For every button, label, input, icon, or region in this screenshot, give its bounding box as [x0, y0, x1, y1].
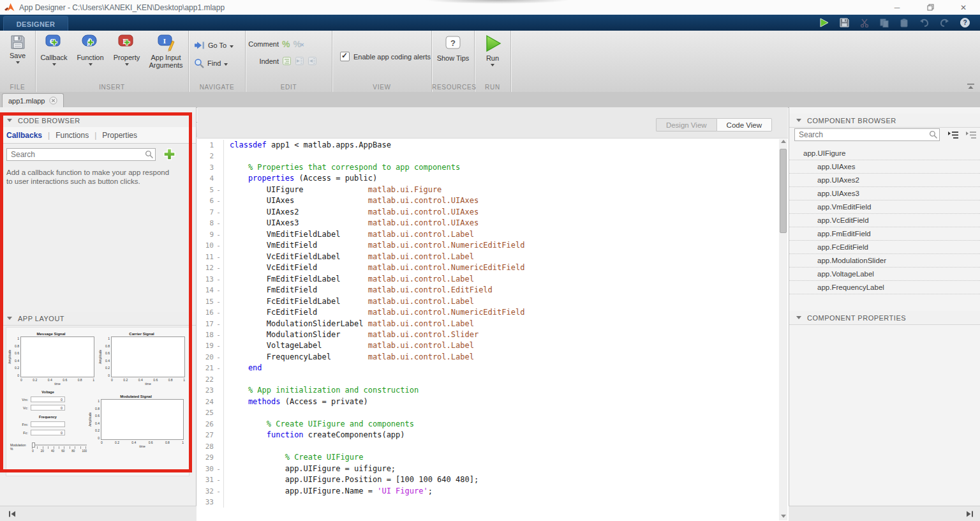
collapse-left-panel-icon[interactable] — [8, 511, 16, 517]
quick-paste-icon — [900, 19, 909, 27]
show-tips-button[interactable]: ? Show Tips — [432, 31, 474, 62]
scroll-up-icon[interactable] — [781, 140, 786, 143]
app-layout-collapse-icon[interactable] — [7, 317, 12, 320]
quick-access-toolbar: ? — [819, 16, 970, 29]
ribbon-section-run: Run RUN — [475, 31, 511, 92]
collapse-ribbon-icon[interactable] — [967, 83, 975, 89]
tab-callbacks[interactable]: Callbacks — [6, 131, 42, 140]
code-line: 18- ModulationSlider matlab.ui.control.S… — [197, 329, 788, 340]
tab-designer[interactable]: DESIGNER — [3, 16, 68, 31]
property-dropdown-caret — [125, 63, 129, 66]
app-layout-header[interactable]: APP LAYOUT — [0, 312, 196, 326]
comment-icon[interactable]: % — [282, 40, 290, 49]
function-dropdown-caret — [89, 63, 93, 66]
code-browser-header[interactable]: CODE BROWSER — [0, 114, 196, 128]
component-properties-header[interactable]: COMPONENT PROPERTIES — [789, 311, 980, 325]
code-line: 16- FcEditField matlab.ui.control.Numeri… — [197, 307, 788, 318]
code-line: 15- FcEditFieldLabel matlab.ui.control.L… — [197, 296, 788, 307]
tree-view-icon[interactable] — [947, 131, 959, 139]
component-item[interactable]: app.FcEditField — [789, 241, 980, 254]
uncomment-icon: %✕ — [293, 40, 301, 49]
code-line: 23 % App initialization and construction — [197, 385, 788, 396]
comment-label: Comment — [246, 40, 279, 48]
code-line: 12- VcEditField matlab.ui.control.Numeri… — [197, 262, 788, 273]
section-label-edit: EDIT — [246, 84, 332, 91]
frequency-label: Frequency — [9, 415, 87, 419]
code-line: 11- VcEditFieldLabel matlab.ui.control.L… — [197, 252, 788, 262]
component-properties-collapse-icon[interactable] — [796, 316, 801, 319]
tab-functions[interactable]: Functions — [56, 131, 89, 140]
component-item[interactable]: app.VcEditField — [789, 214, 980, 227]
minimize-button[interactable]: ─ — [880, 0, 914, 15]
section-label-run: RUN — [475, 84, 510, 91]
component-item[interactable]: app.ModulationSlider — [789, 254, 980, 268]
ribbon-section-file: Save FILE — [0, 31, 36, 92]
ribbon-toolstrip: Save FILE C Callback f Function P Proper… — [0, 31, 980, 93]
code-area[interactable]: 1classdef app1 < matlab.apps.AppBase23 %… — [197, 138, 788, 521]
find-button[interactable]: Find — [194, 58, 245, 68]
component-item[interactable]: app.FrequencyLabel — [789, 281, 980, 294]
ribbon-section-navigate: Go To Find NAVIGATE — [189, 31, 246, 92]
list-view-icon[interactable] — [965, 131, 977, 139]
quick-help-icon[interactable]: ? — [960, 18, 970, 27]
callback-button[interactable]: C Callback — [36, 31, 72, 92]
smart-indent-icon[interactable] — [282, 56, 292, 66]
modulation-slider-row: Modulation % 020406080100 — [10, 443, 87, 453]
document-tab-app1[interactable]: app1.mlapp — [2, 93, 64, 107]
component-item[interactable]: app.VmEditField — [789, 200, 980, 214]
document-tab-close-icon[interactable] — [49, 96, 57, 105]
run-button[interactable]: Run — [475, 31, 510, 66]
restore-button[interactable] — [914, 0, 947, 15]
app-input-arguments-button[interactable]: I App Input Arguments — [145, 31, 187, 92]
code-line: 6- UIAxes matlab.ui.control.UIAxes — [197, 195, 788, 206]
fm-edit-field — [31, 421, 65, 427]
vc-edit-field: 0 — [31, 405, 65, 411]
scrollbar-thumb[interactable] — [780, 149, 787, 233]
code-line: 25 — [197, 407, 788, 418]
code-line: 14- FmEditField matlab.ui.control.EditFi… — [197, 285, 788, 296]
modulation-slider: 020406080100 — [32, 443, 87, 453]
app-input-arguments-icon: I — [156, 34, 175, 52]
component-item[interactable]: app.UIAxes3 — [789, 187, 980, 200]
svg-text:?: ? — [450, 38, 456, 48]
ribbon-tab-bar: DESIGNER EDITOR ? — [0, 15, 980, 31]
matlab-logo-icon — [4, 3, 15, 12]
property-button[interactable]: P Property — [108, 31, 145, 92]
goto-button[interactable]: Go To — [194, 41, 245, 50]
design-view-button[interactable]: Design View — [656, 118, 716, 132]
editor-vertical-scrollbar[interactable] — [779, 139, 787, 520]
save-button[interactable]: Save — [0, 31, 35, 64]
tab-properties[interactable]: Properties — [102, 131, 137, 140]
message-signal-plot: Message SignalAmplitude10.80.60.40.2000.… — [8, 332, 94, 386]
enable-app-coding-alerts-checkbox[interactable] — [340, 52, 350, 61]
component-browser-search-input[interactable] — [794, 128, 940, 141]
vc-field-row: Vc: 0 — [19, 405, 87, 411]
component-item[interactable]: app.UIAxes — [789, 160, 980, 174]
code-browser-collapse-icon[interactable] — [7, 119, 12, 122]
component-item[interactable]: app.VoltageLabel — [789, 268, 980, 281]
component-item[interactable]: app.FmEditField — [789, 227, 980, 241]
fm-field-row: Fm: — [19, 421, 87, 427]
quick-save-icon[interactable] — [840, 18, 849, 27]
run-icon — [483, 34, 502, 53]
indent-label: Indent — [246, 57, 279, 65]
code-line: 24 methods (Access = private) — [197, 396, 788, 407]
plot-axes-area — [111, 336, 185, 377]
add-callback-button[interactable] — [163, 147, 176, 161]
function-button[interactable]: f Function — [72, 31, 108, 92]
carrier-signal-plot: Carrier SignalAmplitude10.80.60.40.2000.… — [98, 332, 185, 386]
code-view-button[interactable]: Code View — [716, 118, 772, 132]
show-tips-icon: ? — [445, 36, 461, 50]
close-button[interactable]: ✕ — [947, 0, 980, 15]
component-item[interactable]: app.UIAxes2 — [789, 174, 980, 187]
code-browser-search-input[interactable] — [6, 148, 156, 161]
code-line: 29 % Create UIFigure — [197, 452, 788, 463]
section-label-resources: RESOURCES — [432, 84, 474, 91]
collapse-right-panel-icon[interactable] — [966, 511, 974, 517]
app-layout-preview[interactable]: Message SignalAmplitude10.80.60.40.2000.… — [6, 327, 189, 476]
quick-run-icon[interactable] — [819, 18, 829, 27]
component-browser-header[interactable]: COMPONENT BROWSER — [789, 114, 980, 128]
component-item[interactable]: app.UIFigure — [789, 147, 980, 160]
component-browser-collapse-icon[interactable] — [796, 119, 801, 122]
scroll-down-icon[interactable] — [781, 515, 786, 518]
